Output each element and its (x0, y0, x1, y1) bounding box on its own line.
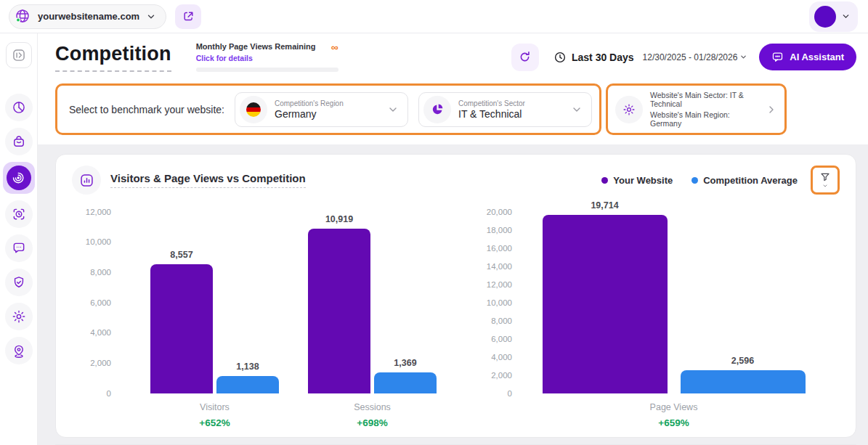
sidebar-item-ecommerce[interactable] (5, 128, 33, 155)
legend-item[interactable]: Your Website (601, 175, 673, 186)
chart-group-visitors: 8,5571,138Visitors+652% (150, 212, 279, 428)
chart-body: 02,0004,0006,0008,00010,00012,000 8,5571… (72, 212, 840, 428)
delta-label: +659% (658, 417, 689, 428)
clock-icon (553, 51, 567, 64)
period-label: Last 30 Days (572, 52, 634, 63)
bar-wrap: 2,596 (681, 370, 806, 393)
bar-your-website[interactable] (308, 229, 370, 393)
region-dropdown-value: Germany (275, 108, 344, 120)
location-pin-icon (12, 343, 26, 358)
bar-your-website[interactable] (543, 215, 668, 393)
page-title: Competition (55, 43, 171, 72)
category-label: Sessions (354, 402, 391, 412)
sidebar-item-dashboard[interactable] (5, 94, 33, 121)
y-axis-tick: 12,000 (86, 208, 111, 216)
y-axis-tick: 0 (508, 389, 512, 398)
y-axis-tick: 20,000 (487, 208, 512, 216)
shield-check-icon (12, 275, 26, 290)
gear-icon (12, 309, 26, 324)
website-main-sector: Website's Main Sector: IT & Technical (650, 91, 758, 108)
bar-value-label: 2,596 (681, 356, 806, 366)
sector-dropdown-value: IT & Technical (458, 108, 525, 120)
chat-bubble-icon (12, 241, 26, 256)
website-main-region: Website's Main Region: Germany (650, 110, 758, 128)
y-axis-tick: 10,000 (86, 238, 111, 247)
bar-pair: 8,5571,138 (150, 212, 279, 393)
chevron-right-icon (766, 104, 777, 115)
chevron-down-icon (822, 183, 829, 189)
benchmark-selectors: Select to benchmark your website: Compet… (55, 83, 601, 135)
bar-value-label: 1,369 (374, 358, 437, 368)
user-menu[interactable] (809, 1, 858, 32)
sidebar-item-privacy[interactable] (5, 269, 33, 296)
site-selector-dropdown[interactable]: yourwebsitename.com (9, 4, 166, 29)
date-range-selector[interactable]: 12/30/2025 - 01/28/2026 (643, 52, 748, 62)
chart-filter-button[interactable] (811, 166, 840, 195)
bar-competition-average[interactable] (681, 370, 806, 393)
sidebar-item-collapse-sidebar[interactable] (6, 42, 32, 68)
focus-clock-icon (12, 207, 26, 221)
gear-icon (615, 96, 643, 123)
y-axis-tick: 2,000 (491, 371, 512, 380)
refresh-button[interactable] (511, 44, 539, 71)
region-dropdown-label: Competition's Region (275, 99, 344, 107)
benchmark-label: Select to benchmark your website: (65, 104, 224, 115)
germany-flag-icon (240, 96, 267, 123)
sidebar-item-feedback[interactable] (5, 234, 33, 262)
y-axis-tick: 4,000 (90, 329, 111, 338)
plot-0: 8,5571,138Visitors+652%10,9191,369Sessio… (121, 212, 466, 428)
bar-wrap: 1,369 (374, 372, 437, 393)
delta-label: +698% (357, 417, 387, 428)
globe-icon (14, 8, 31, 25)
sidebar-item-visitor-location[interactable] (5, 337, 33, 364)
bar-competition-average[interactable] (374, 372, 437, 393)
category-label: Page Views (650, 402, 698, 412)
chevron-down-icon (841, 12, 851, 21)
y-axis-tick: 6,000 (90, 298, 111, 307)
open-website-button[interactable] (175, 4, 201, 29)
bar-value-label: 8,557 (150, 250, 213, 260)
y-axis-tick: 12,000 (487, 280, 512, 289)
sector-dropdown[interactable]: Competition's Sector IT & Technical (418, 92, 592, 127)
collapse-panel-icon (12, 48, 26, 62)
y-axis-1: 02,0004,0006,0008,00010,00012,00014,0001… (466, 212, 512, 393)
main-content: Competition Monthly Page Views Remaining… (38, 33, 868, 445)
bar-competition-average[interactable] (216, 376, 279, 393)
chart-group-page-views: 19,7142,596Page Views+659% (543, 212, 806, 428)
ai-assistant-button[interactable]: AI Assistant (759, 44, 856, 70)
y-axis-tick: 14,000 (487, 262, 512, 271)
sidebar-item-session-recordings[interactable] (5, 200, 33, 228)
delta-label: +652% (199, 417, 230, 428)
y-axis-0: 02,0004,0006,0008,00010,00012,000 (76, 212, 111, 393)
region-dropdown[interactable]: Competition's Region Germany (235, 92, 408, 127)
bar-value-label: 1,138 (216, 362, 279, 372)
bar-value-label: 19,714 (543, 200, 668, 211)
y-axis-tick: 18,000 (487, 226, 512, 234)
bar-pair: 19,7142,596 (543, 212, 806, 393)
y-axis-tick: 8,000 (90, 269, 111, 277)
period-selector[interactable]: Last 30 Days (553, 51, 634, 64)
page-views-quota: Monthly Page Views Remaining ∞ Click for… (196, 42, 338, 72)
legend-label: Your Website (613, 175, 673, 186)
bar-wrap: 1,138 (216, 376, 279, 393)
bar-your-website[interactable] (150, 264, 213, 393)
pie-chart-icon (423, 96, 451, 123)
quota-progress-bar (196, 68, 338, 72)
chart-legend: Your WebsiteCompetition Average (601, 175, 798, 186)
y-axis-tick: 4,000 (491, 353, 512, 362)
sidebar-item-competition[interactable] (3, 162, 35, 194)
quota-details-link[interactable]: Click for details (196, 54, 338, 62)
bar-wrap: 19,714 (543, 215, 668, 393)
chat-icon (771, 51, 784, 63)
bar-value-label: 10,919 (308, 214, 370, 224)
legend-label: Competition Average (703, 175, 798, 186)
sidebar-item-settings[interactable] (5, 303, 33, 330)
website-info-box[interactable]: Website's Main Sector: IT & Technical We… (606, 83, 787, 135)
radar-icon (7, 166, 31, 190)
quota-label: Monthly Page Views Remaining (196, 42, 316, 51)
chart-group-sessions: 10,9191,369Sessions+698% (308, 212, 437, 428)
y-axis-tick: 0 (107, 389, 111, 398)
infinity-icon: ∞ (331, 42, 338, 52)
legend-item[interactable]: Competition Average (691, 175, 798, 186)
page-header: Competition Monthly Page Views Remaining… (38, 33, 868, 144)
